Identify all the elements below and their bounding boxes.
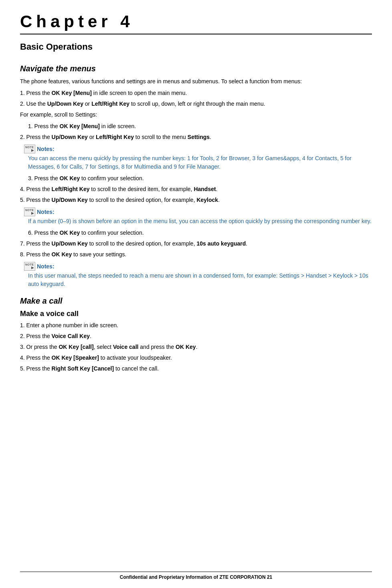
nav-step7-end: .	[246, 240, 247, 247]
nav-step2-text: 2. Use the	[20, 101, 47, 107]
note2-icon: NOTE	[24, 207, 35, 216]
nav-step7-bold: Up/Down Key	[52, 240, 88, 247]
nav-sub3: 3. Press the OK Key to confirm your sele…	[28, 174, 372, 183]
make-voice-heading: Make a voice call	[20, 310, 372, 318]
note2-text: If a number (0–9) is shown before an opt…	[28, 217, 372, 226]
call-step3-mid: , select	[94, 344, 113, 350]
nav-step8-bold: OK Key	[52, 251, 72, 258]
nav-step4: 4. Press the Left/Right Key to scroll to…	[20, 185, 372, 193]
nav-step2-bold1: Up/Down Key	[47, 101, 83, 107]
nav-sub2-bold2: Left/Right Key	[96, 134, 134, 140]
call-step4-bold: OK Key [Speaker]	[52, 354, 99, 361]
note3-block: NOTE Notes: In this user manual, the ste…	[24, 262, 372, 288]
nav-step4-end: .	[216, 186, 218, 192]
nav-step5-bold: Up/Down Key	[52, 197, 88, 203]
navigate-intro: The phone features, various functions an…	[20, 77, 372, 86]
note1-label: Notes:	[37, 146, 55, 152]
call-step3-bold2: Voice call	[113, 344, 139, 350]
call-step4: 4. Press the OK Key [Speaker] to activat…	[20, 354, 372, 362]
nav-sub1-rest: in idle screen.	[100, 123, 136, 129]
nav-step5-bold2: Keylock	[196, 197, 218, 203]
nav-sub1: 1. Press the OK Key [Menu] in idle scree…	[28, 122, 372, 131]
nav-step2: 2. Use the Up/Down Key or Left/Right Key…	[20, 100, 372, 108]
nav-step7-bold2: 10s auto keyguard	[196, 240, 246, 247]
nav-step4-rest: to scroll to the desired item, for examp…	[89, 186, 194, 192]
nav-step7-rest: to scroll to the desired option, for exa…	[88, 240, 197, 247]
nav-step1-text: 1. Press the	[20, 90, 52, 96]
note3-text: In this user manual, the steps needed to…	[28, 272, 372, 288]
call-step3-rest: and press the	[138, 344, 176, 350]
nav-sub1-text: 1. Press the	[28, 123, 60, 129]
nav-sub6-rest: to confirm your selection.	[80, 230, 144, 236]
nav-sub2-end: .	[210, 134, 211, 140]
nav-step8-rest: to save your settings.	[72, 251, 126, 258]
call-step5-text: 5. Press the	[20, 365, 52, 372]
navigate-heading: Navigate the menus	[20, 64, 372, 73]
nav-step4-text: 4. Press the	[20, 186, 52, 192]
nav-sub6: 6. Press the OK Key to confirm your sele…	[28, 229, 372, 237]
nav-step1: 1. Press the OK Key [Menu] in idle scree…	[20, 89, 372, 97]
nav-sub2-mid: or	[88, 134, 96, 140]
nav-step2-rest: to scroll up, down, left or right throug…	[129, 101, 265, 107]
call-step3: 3. Or press the OK Key [call], select Vo…	[20, 343, 372, 351]
call-step2-bold: Voice Call Key	[52, 333, 90, 339]
nav-step4-bold2: Handset	[194, 186, 216, 192]
nav-sub3-text: 3. Press the	[28, 175, 60, 181]
nav-sub2-rest: to scroll to the menu	[134, 134, 188, 140]
nav-step1-rest: in idle screen to open the main menu.	[92, 90, 187, 96]
nav-sub3-rest: to confirm your selection.	[80, 175, 144, 181]
call-step3-bold1: OK Key [call]	[59, 344, 93, 350]
call-step3-text: 3. Or press the	[20, 344, 59, 350]
nav-step5-end: .	[218, 197, 220, 203]
nav-step5: 5. Press the Up/Down Key to scroll to th…	[20, 196, 372, 204]
nav-step2-mid: or	[83, 101, 91, 107]
note1-text: You can access the menu quickly by press…	[28, 154, 372, 171]
nav-step4-bold: Left/Right Key	[52, 186, 90, 192]
nav-step8: 8. Press the OK Key to save your setting…	[20, 250, 372, 259]
nav-step1-bold: OK Key [Menu]	[52, 90, 92, 96]
nav-sub2-text: 2. Press the	[20, 134, 52, 140]
footer: Confidential and Proprietary Information…	[20, 572, 372, 580]
nav-sub6-text: 6. Press the	[28, 230, 60, 236]
nav-step7: 7. Press the Up/Down Key to scroll to th…	[20, 240, 372, 248]
nav-sub6-bold: OK Key	[60, 230, 80, 236]
nav-step2-bold2: Left/Right Key	[91, 101, 129, 107]
nav-sub3-bold: OK Key	[60, 175, 80, 181]
call-step2-text: 2. Press the	[20, 333, 52, 339]
note2-label: Notes:	[37, 209, 55, 215]
call-step4-text: 4. Press the	[20, 354, 52, 361]
call-step5: 5. Press the Right Soft Key [Cancel] to …	[20, 364, 372, 373]
call-step4-rest: to activate your loudspeaker.	[99, 354, 172, 361]
nav-step5-text: 5. Press the	[20, 197, 52, 203]
call-step2-end: .	[90, 333, 91, 339]
nav-sub1-bold: OK Key [Menu]	[60, 123, 100, 129]
call-step1: 1. Enter a phone number in idle screen.	[20, 321, 372, 330]
call-step2: 2. Press the Voice Call Key.	[20, 332, 372, 340]
chapter-title: Chapter 4	[20, 12, 372, 34]
nav-step7-text: 7. Press the	[20, 240, 52, 247]
nav-step8-text: 8. Press the	[20, 251, 52, 258]
note3-icon: NOTE	[24, 262, 35, 271]
page-subtitle: Basic Operations	[20, 42, 372, 52]
call-step5-rest: to cancel the call.	[114, 365, 159, 372]
call-step3-end: .	[196, 344, 198, 350]
nav-sub2-bold1: Up/Down Key	[52, 134, 88, 140]
nav-sub2-bold3: Settings	[188, 134, 210, 140]
nav-step5-rest: to scroll to the desired option, for exa…	[88, 197, 197, 203]
nav-sub2: 2. Press the Up/Down Key or Left/Right K…	[20, 133, 372, 141]
nav-example: For example, scroll to Settings:	[20, 111, 372, 119]
note1-icon: NOTE	[24, 145, 35, 153]
call-step3-bold3: OK Key	[176, 344, 196, 350]
note3-label: Notes:	[37, 263, 55, 270]
make-call-heading: Make a call	[20, 296, 372, 306]
call-step5-bold: Right Soft Key [Cancel]	[52, 365, 114, 372]
note2-block: NOTE Notes: If a number (0–9) is shown b…	[24, 207, 372, 226]
note1-block: NOTE Notes: You can access the menu quic…	[24, 145, 372, 171]
